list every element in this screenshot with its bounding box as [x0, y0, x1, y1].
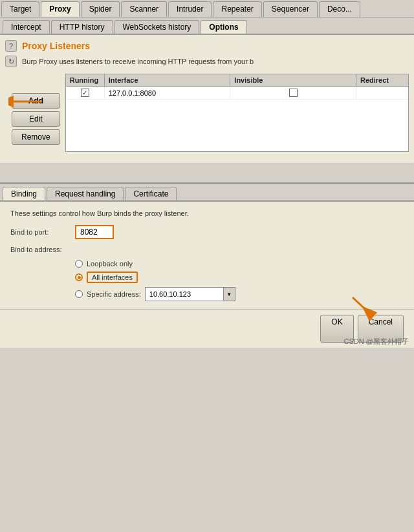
- dialog-tab-binding[interactable]: Binding: [3, 187, 45, 200]
- sub-tab-bar: Intercept HTTP history WebSockets histor…: [0, 17, 414, 35]
- dialog-panel: Binding Request handling Certificate The…: [0, 183, 414, 348]
- remove-button[interactable]: Remove: [12, 129, 60, 145]
- radio-all-interfaces[interactable]: [75, 273, 83, 281]
- panel-gap: [0, 164, 414, 183]
- tab-sequencer[interactable]: Sequencer: [263, 1, 318, 17]
- help-icon[interactable]: ?: [5, 40, 17, 52]
- tab-deco[interactable]: Deco...: [319, 1, 360, 17]
- tab-repeater[interactable]: Repeater: [213, 1, 261, 17]
- arrow-to-ok: [346, 291, 385, 323]
- radio-loopback[interactable]: [75, 260, 83, 268]
- specific-address-input[interactable]: [146, 289, 223, 299]
- table-header: Running Interface Invisible Redirect: [66, 74, 408, 87]
- svg-line-3: [353, 297, 373, 317]
- bind-address-label: Bind to address:: [10, 246, 75, 253]
- radio-loopback-label: Loopback only: [87, 260, 133, 268]
- tab-proxy[interactable]: Proxy: [41, 1, 79, 17]
- tab-options[interactable]: Options: [201, 20, 246, 34]
- tab-target[interactable]: Target: [1, 1, 39, 17]
- bind-port-row: Bind to port:: [10, 225, 404, 239]
- cell-redirect: [356, 87, 408, 99]
- dialog-tab-certificate[interactable]: Certificate: [125, 187, 177, 200]
- col-running: Running: [66, 74, 105, 86]
- tab-intercept[interactable]: Intercept: [3, 20, 50, 34]
- col-redirect: Redirect: [356, 74, 408, 86]
- listener-table: Running Interface Invisible Redirect 127…: [65, 74, 409, 152]
- tab-scanner[interactable]: Scanner: [121, 1, 167, 17]
- col-interface: Interface: [105, 74, 231, 86]
- invisible-checkbox[interactable]: [289, 89, 298, 97]
- dialog-tab-bar: Binding Request handling Certificate: [0, 184, 414, 202]
- table-empty-area: [66, 100, 408, 151]
- bind-port-label: Bind to port:: [10, 228, 75, 236]
- bind-port-input[interactable]: [75, 225, 114, 239]
- dialog-description: These settings control how Burp binds th…: [10, 209, 404, 217]
- bind-address-label-row: Bind to address:: [10, 246, 404, 253]
- col-invisible: Invisible: [230, 74, 356, 86]
- radio-specific[interactable]: [75, 290, 83, 298]
- radio-loopback-row: Loopback only: [75, 260, 404, 268]
- section-title: Proxy Listeners: [22, 41, 90, 51]
- tab-http-history[interactable]: HTTP history: [51, 20, 113, 34]
- radio-all-interfaces-label: All interfaces: [87, 271, 138, 283]
- radio-specific-label: Specific address:: [87, 290, 141, 298]
- arrow-to-add: [8, 92, 44, 111]
- cell-running: [66, 87, 105, 99]
- tab-intruder[interactable]: Intruder: [168, 1, 212, 17]
- reload-icon[interactable]: ↻: [5, 56, 17, 67]
- tab-spider[interactable]: Spider: [81, 1, 120, 17]
- edit-button[interactable]: Edit: [12, 111, 60, 127]
- menu-bar: Target Proxy Spider Scanner Intruder Rep…: [0, 0, 414, 17]
- action-buttons: Add Edit Remove: [5, 74, 60, 152]
- running-checkbox[interactable]: [81, 89, 89, 97]
- radio-all-interfaces-row: All interfaces: [75, 271, 404, 283]
- proxy-listeners-panel: ? Proxy Listeners ↻ Burp Proxy uses list…: [0, 35, 414, 164]
- specific-address-container: ▼: [145, 287, 235, 301]
- dialog-tab-request-handling[interactable]: Request handling: [47, 187, 124, 200]
- watermark: CSDN @黑客外帽子: [344, 337, 409, 346]
- tab-websockets-history[interactable]: WebSockets history: [114, 20, 200, 34]
- cell-invisible: [230, 87, 356, 99]
- address-dropdown-arrow[interactable]: ▼: [223, 288, 235, 301]
- description-text: Burp Proxy uses listeners to receive inc…: [22, 58, 254, 65]
- cell-interface: 127.0.0.1:8080: [105, 87, 231, 99]
- table-row[interactable]: 127.0.0.1:8080: [66, 87, 408, 100]
